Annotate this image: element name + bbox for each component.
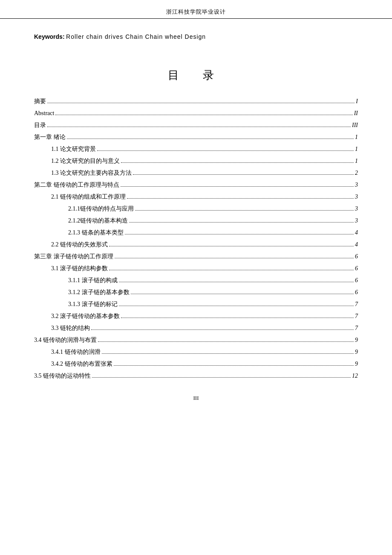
toc-entry-page: I [356,95,358,107]
toc-entry: 3.5 链传动的运动特性12 [34,370,358,382]
toc-entry-page: 6 [355,275,358,286]
toc-entry: 1.1 论文研究背景1 [34,143,358,155]
page-content: Keywords: Roller chain drives Chain Chai… [0,19,392,419]
toc-entry-page: 9 [355,334,358,346]
toc-entry-dots [127,198,354,199]
toc-entry-dots [55,115,352,115]
toc-entry-dots [121,318,354,318]
keywords-values: Roller chain drives Chain Chain wheel De… [66,33,206,40]
toc-entry-label: 目录 [34,119,46,131]
toc-entry: 3.2 滚子链传动的基本参数7 [34,310,358,322]
keywords-section: Keywords: Roller chain drives Chain Chai… [34,32,358,42]
toc-entry: 2.1 链传动的组成和工作原理3 [34,191,358,203]
toc-entry-dots [115,258,354,258]
toc-entry-page: 9 [355,358,358,370]
toc-entry-label: 2.1.3 链条的基本类型 [68,227,124,239]
toc-entry: 3.4 链传动的润滑与布置9 [34,334,358,346]
toc-entry-page: 1 [355,155,358,167]
toc-entry-dots [98,341,354,342]
toc-entry-page: II [354,107,358,119]
toc-entry-dots [133,174,354,175]
toc-entry-page: 7 [355,322,358,334]
toc-entry-label: 第二章 链传动的工作原理与特点 [34,179,119,191]
toc-entry-label: 3.5 链传动的运动特性 [34,370,91,382]
toc-entry: 1.3 论文研究的主要内容及方法2 [34,167,358,179]
toc-entry-page: 7 [355,310,358,322]
toc-entry: 3.1.1 滚子链的构成6 [34,275,358,286]
toc-entry-dots [91,330,354,330]
toc-entry: 目录III [34,119,358,131]
toc-entry-page: 7 [355,298,358,310]
toc-entry-label: 摘要 [34,95,46,107]
header-title: 浙江科技学院毕业设计 [166,9,226,15]
toc-entry-dots [67,139,354,139]
toc-entry: 3.1 滚子链的结构参数6 [34,263,358,275]
toc-entry-page: 1 [355,131,358,143]
toc-entry-label: 3.3 链轮的结构 [51,322,90,334]
toc-entry-dots [92,377,351,378]
toc-entry: 3.1.3 滚子链的标记7 [34,298,358,310]
toc-entry-label: 第三章 滚子链传动的工作原理 [34,251,113,263]
toc-entry-page: 9 [355,346,358,358]
toc-entry-page: 6 [355,251,358,263]
toc-entry-label: 2.1.1链传动的特点与应用 [68,203,134,215]
toc-entry-page: III [352,119,358,131]
toc-entry-label: 1.1 论文研究背景 [51,143,96,155]
toc-title: 目 录 [34,68,358,83]
toc-entry-dots [47,127,351,127]
toc-entry-dots [135,210,354,211]
toc-entry-label: 3.1.1 滚子链的构成 [68,275,118,286]
toc-entry-label: 第一章 绪论 [34,131,66,143]
toc-entry-label: 3.4.2 链传动的布置张紧 [51,358,112,370]
toc-entry-page: 2 [355,167,358,179]
toc-entry-dots [119,306,354,306]
page-header: 浙江科技学院毕业设计 [0,0,392,19]
toc-entry-page: 4 [355,227,358,239]
toc-entry-dots [129,222,354,223]
toc-entry-dots [109,246,354,246]
toc-entry-page: 3 [355,203,358,215]
toc-entry: 2.1.3 链条的基本类型4 [34,227,358,239]
toc-entry: 第二章 链传动的工作原理与特点3 [34,179,358,191]
toc-entry: 3.4.1 链传动的润滑9 [34,346,358,358]
toc-list: 摘要IAbstractII目录III第一章 绪论11.1 论文研究背景11.2 … [34,95,358,382]
toc-entry-dots [125,234,354,234]
toc-entry-label: 3.2 滚子链传动的基本参数 [51,310,120,322]
toc-entry-page: 3 [355,179,358,191]
toc-entry-label: 1.2 论文研究的目的与意义 [51,155,120,167]
toc-entry-dots [114,365,354,366]
toc-entry-label: 2.1 链传动的组成和工作原理 [51,191,126,203]
toc-entry-dots [121,162,354,163]
toc-entry-page: 1 [355,143,358,155]
toc-entry-label: 3.1.2 滚子链的基本参数 [68,286,130,298]
toc-entry: 3.4.2 链传动的布置张紧9 [34,358,358,370]
toc-entry-dots [97,150,354,151]
toc-entry-label: 2.2 链传动的失效形式 [51,239,108,251]
toc-entry-dots [121,186,354,187]
toc-entry-page: 6 [355,286,358,298]
toc-entry: AbstractII [34,107,358,119]
keywords-label: Keywords: [34,33,65,40]
toc-entry-dots [47,103,355,103]
toc-entry-dots [119,282,354,282]
toc-entry: 3.1.2 滚子链的基本参数6 [34,286,358,298]
toc-entry-label: 2.1.2链传动的基本构造 [68,215,128,227]
toc-entry: 第三章 滚子链传动的工作原理6 [34,251,358,263]
toc-entry: 2.1.1链传动的特点与应用3 [34,203,358,215]
page: 浙江科技学院毕业设计 Keywords: Roller chain drives… [0,0,392,555]
toc-entry-label: 3.4.1 链传动的润滑 [51,346,101,358]
toc-entry-dots [131,294,354,294]
toc-entry-label: 3.1.3 滚子链的标记 [68,298,118,310]
toc-entry: 第一章 绪论1 [34,131,358,143]
toc-entry: 3.3 链轮的结构7 [34,322,358,334]
toc-entry-page: 3 [355,215,358,227]
toc-entry: 2.1.2链传动的基本构造3 [34,215,358,227]
toc-entry-page: 3 [355,191,358,203]
footer-page-number: III [193,395,199,401]
toc-entry-label: 3.1 滚子链的结构参数 [51,263,108,275]
toc-entry: 1.2 论文研究的目的与意义1 [34,155,358,167]
toc-entry-page: 4 [355,239,358,251]
toc-entry-label: 3.4 链传动的润滑与布置 [34,334,97,346]
page-footer: III [34,395,358,402]
toc-entry-dots [109,270,354,270]
